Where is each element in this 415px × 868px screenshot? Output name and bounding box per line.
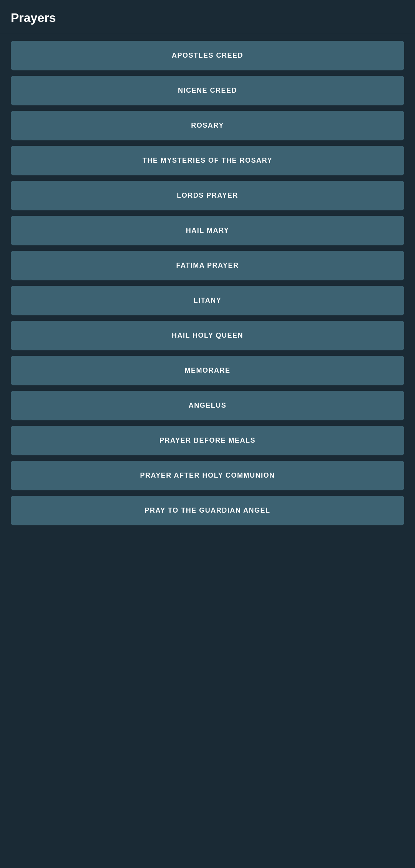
prayer-list: APOSTLES CREEDNICENE CREEDROSARYTHE MYST… bbox=[0, 33, 415, 533]
prayer-button-prayer-before-meals[interactable]: PRAYER BEFORE MEALS bbox=[11, 426, 404, 455]
prayer-button-apostles-creed[interactable]: APOSTLES CREED bbox=[11, 41, 404, 70]
prayer-button-nicene-creed[interactable]: NICENE CREED bbox=[11, 76, 404, 105]
prayer-button-prayer-after-holy-communion[interactable]: PRAYER AFTER HOLY COMMUNION bbox=[11, 461, 404, 490]
prayer-button-fatima-prayer[interactable]: FATIMA PRAYER bbox=[11, 251, 404, 280]
prayer-button-lords-prayer[interactable]: LORDS PRAYER bbox=[11, 181, 404, 210]
prayer-button-rosary[interactable]: ROSARY bbox=[11, 111, 404, 140]
prayer-button-hail-mary[interactable]: HAIL MARY bbox=[11, 216, 404, 245]
prayer-button-memorare[interactable]: MEMORARE bbox=[11, 356, 404, 385]
app-header: Prayers bbox=[0, 0, 415, 33]
prayer-button-hail-holy-queen[interactable]: HAIL HOLY QUEEN bbox=[11, 321, 404, 350]
prayer-button-litany[interactable]: LITANY bbox=[11, 286, 404, 315]
prayer-button-pray-guardian-angel[interactable]: PRAY TO THE GUARDIAN ANGEL bbox=[11, 496, 404, 525]
prayer-button-angelus[interactable]: ANGELUS bbox=[11, 391, 404, 420]
page-title: Prayers bbox=[11, 11, 404, 25]
prayer-button-mysteries-rosary[interactable]: THE MYSTERIES OF THE ROSARY bbox=[11, 146, 404, 175]
